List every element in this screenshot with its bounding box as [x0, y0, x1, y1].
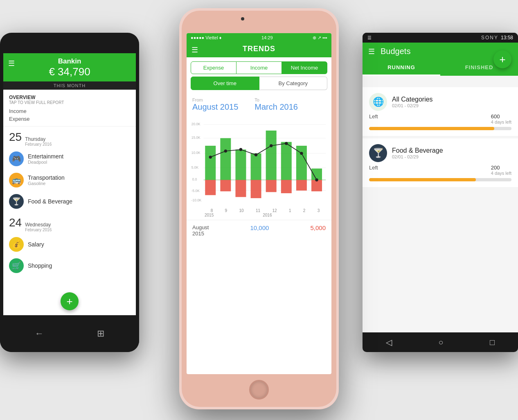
svg-rect-16 [220, 180, 231, 192]
iphone-time: 14:29 [261, 35, 273, 40]
wp-header: ☰ Bankin € 34,790 [3, 53, 136, 81]
svg-rect-23 [281, 142, 292, 180]
budget-row-food: Left 200 4 days left [369, 165, 511, 176]
trends-to-label: To [254, 97, 298, 102]
svg-point-35 [300, 152, 303, 155]
phone-center: ●●●●● Viettel ♦ 14:29 ⊕ ↗ ▪▪▪ ☰ TRENDS E… [179, 8, 339, 409]
budget-val-food: 200 [491, 165, 511, 171]
tab-income[interactable]: Income [236, 61, 282, 74]
wp-date-24: 24 Wednesday February 2016 [3, 212, 136, 234]
budget-date-food: 02/01 - 02/29 [392, 154, 443, 159]
wp-overview[interactable]: OVERVIEW TAP TO VIEW FULL REPORT Income … [3, 90, 136, 126]
entertainment-icon: 🎮 [9, 151, 24, 166]
android-menu-status: ☰ [367, 35, 372, 41]
wp-item-salary[interactable]: 💰 Salary [3, 234, 136, 255]
wp-title: Bankin [3, 57, 136, 65]
wp-fab[interactable]: + [61, 292, 79, 310]
year-2015: 2015 [205, 213, 214, 217]
wp-month-25: February 2016 [25, 142, 52, 147]
wp-item-info-food: Food & Beverage [28, 198, 72, 205]
svg-text:-5.0K: -5.0K [191, 189, 200, 193]
wp-item-sub-entertainment: Deadpool [28, 160, 63, 165]
wp-item-entertainment[interactable]: 🎮 Entertainment Deadpool [3, 148, 136, 169]
transport-icon: 🚌 [9, 173, 24, 187]
wp-home-icon[interactable]: ⊞ [97, 328, 104, 339]
android-fab[interactable]: + [493, 50, 511, 68]
svg-text:-10.0K: -10.0K [191, 198, 202, 202]
svg-rect-13 [205, 146, 216, 180]
svg-rect-18 [235, 180, 246, 197]
year-2016: 2016 [263, 213, 272, 217]
android-tab-running[interactable]: RUNNING [363, 60, 440, 76]
wp-income-row: Income [9, 107, 130, 115]
budget-name-food: Food & Beverage [392, 147, 443, 154]
wp-overview-title: OVERVIEW [9, 95, 130, 100]
trends-summary-blue: 10,000 [250, 224, 269, 237]
wp-item-name-food: Food & Beverage [28, 198, 72, 205]
wp-item-food[interactable]: 🍸 Food & Beverage [3, 191, 136, 212]
trends-summary: August2015 10,000 5,000 [187, 220, 331, 241]
tab-expense[interactable]: Expense [191, 61, 236, 74]
svg-rect-26 [296, 180, 307, 191]
wp-date-num-24: 24 [9, 216, 22, 229]
iphone-header: ☰ TRENDS [187, 42, 331, 57]
salary-icon: 💰 [9, 237, 24, 252]
svg-text:5.0K: 5.0K [191, 165, 199, 169]
wp-section-24: 24 Wednesday February 2016 💰 Salary 🛒 S [3, 212, 136, 276]
svg-point-30 [224, 149, 227, 152]
wp-item-sub-transport: Gasoline [28, 181, 65, 186]
iphone-home-button[interactable] [249, 380, 269, 400]
svg-rect-20 [251, 180, 261, 199]
android-nav-bar: ◁ ○ □ [363, 332, 518, 352]
android-back-icon[interactable]: ◁ [386, 337, 392, 347]
android-title: Budgets [381, 47, 410, 56]
iphone-menu-icon[interactable]: ☰ [191, 45, 198, 54]
wp-item-transport[interactable]: 🚌 Transportation Gasoline [3, 169, 136, 191]
svg-point-34 [285, 142, 288, 145]
food-beverage-icon: 🍸 [369, 144, 387, 162]
x-label-3: 3 [318, 208, 320, 213]
wp-date-info-25: Thursday February 2016 [25, 136, 52, 147]
trends-chart-svg: 20.0K 15.0K 10.0K 5.0K 0.0 -5.0K -10.0K [191, 117, 327, 207]
budget-left-label-food: Left [369, 165, 378, 176]
trends-summary-red: 5,000 [310, 224, 326, 237]
wp-item-shopping[interactable]: 🛒 Shopping [3, 255, 136, 276]
iphone-carrier: ●●●●● Viettel ♦ [191, 35, 221, 40]
budget-item-header-food: 🍸 Food & Beverage 02/01 - 02/29 [369, 144, 511, 162]
trends-from-value: August 2015 [192, 102, 238, 112]
wp-month-24: February 2016 [25, 228, 52, 232]
svg-point-29 [209, 156, 212, 158]
trends-to-value: March 2016 [254, 102, 298, 112]
android-recents-icon[interactable]: □ [490, 338, 495, 347]
tab-net-income[interactable]: Net Income [282, 61, 327, 74]
android-status-bar: ☰ SONY 13:58 [363, 33, 518, 43]
budget-item-food[interactable]: 🍸 Food & Beverage 02/01 - 02/29 Left 200… [363, 138, 518, 187]
svg-rect-27 [311, 169, 322, 180]
svg-point-32 [254, 154, 257, 156]
android-home-icon[interactable]: ○ [438, 338, 443, 347]
tab-by-category[interactable]: By Category [259, 77, 328, 90]
budget-progress-fill-all [369, 127, 494, 130]
wp-amount: € 34,790 [3, 65, 136, 78]
wp-menu-icon[interactable]: ☰ [8, 59, 15, 68]
budget-val-all: 600 [491, 113, 511, 120]
android-menu-icon[interactable]: ☰ [368, 47, 375, 56]
wp-item-name-entertainment: Entertainment [28, 153, 63, 160]
wp-bottom-bar: ← ⊞ [0, 315, 139, 352]
budget-info-all: All Categories 02/01 - 02/29 [392, 96, 433, 108]
x-label-11: 11 [256, 208, 260, 213]
wp-section-25: 25 Thursday February 2016 🎮 Entertainmen… [3, 126, 136, 212]
wp-expense-row: Expense [9, 115, 130, 123]
wp-screen: ☰ Bankin € 34,790 THIS MONTH OVERVIEW TA… [3, 53, 136, 315]
wp-date-info-24: Wednesday February 2016 [25, 222, 52, 232]
budget-item-all-categories[interactable]: 🌐 All Categories 02/01 - 02/29 Left 600 … [363, 87, 518, 136]
x-label-10: 10 [239, 208, 243, 213]
budget-left-label-all: Left [369, 113, 378, 124]
wp-day-25: Thursday [25, 136, 52, 142]
budget-date-all: 02/01 - 02/29 [392, 103, 433, 108]
svg-rect-19 [251, 154, 261, 180]
android-screen: 🌐 All Categories 02/01 - 02/29 Left 600 … [363, 76, 518, 352]
tab-over-time[interactable]: Over time [191, 77, 259, 90]
wp-back-icon[interactable]: ← [35, 328, 44, 339]
iphone-status-bar: ●●●●● Viettel ♦ 14:29 ⊕ ↗ ▪▪▪ [187, 33, 331, 42]
